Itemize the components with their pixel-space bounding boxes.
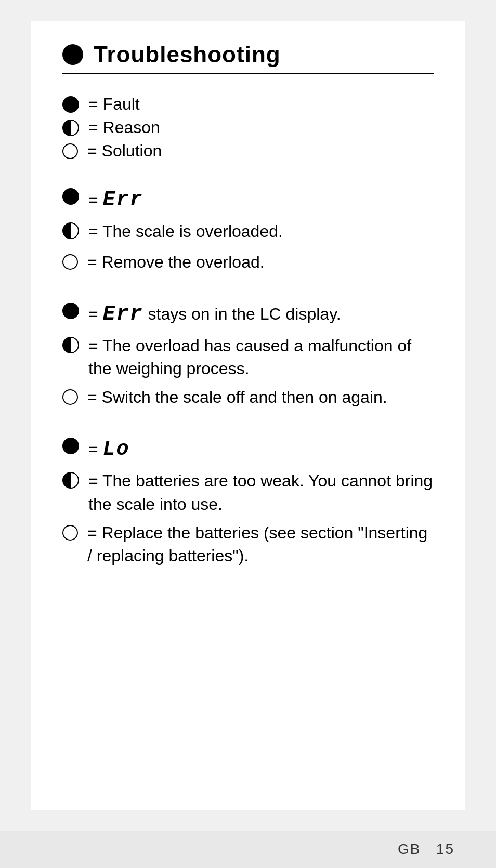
- fault-err2-reason: = The overload has caused a malfunction …: [62, 334, 434, 381]
- filled-bullet-icon: [62, 96, 79, 113]
- fault-err1-title: = Err: [62, 186, 434, 215]
- title-bullet-icon: [62, 44, 83, 65]
- fault-err2-solution-text: = Switch the scale off and then on again…: [87, 386, 434, 409]
- reason-bullet-icon-2: [62, 337, 79, 353]
- fault-bullet-icon-2: [62, 303, 79, 319]
- reason-bullet-icon-3: [62, 472, 79, 489]
- fault-err1-reason-text: = The scale is overloaded.: [88, 220, 434, 243]
- fault-lo-reason: = The batteries are too weak. You cannot…: [62, 469, 434, 516]
- fault-lo: = Lo = The batteries are too weak. You c…: [62, 435, 434, 573]
- footer-page-number: 15: [436, 841, 454, 857]
- fault-err1-solution: = Remove the overload.: [62, 251, 434, 276]
- fault-err1-code: = Err: [88, 186, 434, 215]
- legend-section: = Fault = Reason = Solution: [62, 95, 434, 165]
- legend-reason-label: = Reason: [88, 118, 160, 137]
- fault-err2: = Err stays on in the LC display. = The …: [62, 300, 434, 416]
- reason-bullet-icon: [62, 222, 79, 239]
- legend-solution-label: = Solution: [87, 141, 162, 161]
- fault-err1-reason: = The scale is overloaded.: [62, 220, 434, 245]
- section-title-row: Troubleshooting: [62, 42, 434, 74]
- fault-err2-solution: = Switch the scale off and then on again…: [62, 386, 434, 411]
- page-content: Troubleshooting = Fault = Reason = Solut…: [31, 21, 465, 810]
- half-bullet-icon: [62, 120, 79, 136]
- fault-lo-solution-text: = Replace the batteries (see section "In…: [87, 521, 434, 568]
- fault-err2-reason-text: = The overload has caused a malfunction …: [88, 334, 434, 381]
- fault-lo-reason-text: = The batteries are too weak. You cannot…: [88, 469, 434, 516]
- fault-err1-solution-text: = Remove the overload.: [87, 251, 434, 274]
- page-footer: GB 15: [0, 831, 496, 868]
- fault-err2-code: = Err stays on in the LC display.: [88, 300, 434, 329]
- footer-country: GB: [398, 841, 421, 857]
- page-title: Troubleshooting: [94, 42, 281, 68]
- solution-bullet-icon: [62, 254, 78, 270]
- err-code-2: Err: [103, 303, 143, 326]
- fault-lo-code: = Lo: [88, 435, 434, 464]
- legend-solution: = Solution: [62, 141, 434, 161]
- solution-bullet-icon-2: [62, 389, 78, 405]
- fault-bullet-icon-3: [62, 438, 79, 454]
- empty-bullet-icon: [62, 143, 78, 159]
- legend-reason: = Reason: [62, 118, 434, 137]
- fault-lo-solution: = Replace the batteries (see section "In…: [62, 521, 434, 568]
- legend-fault: = Fault: [62, 95, 434, 114]
- solution-bullet-icon-3: [62, 525, 78, 541]
- lo-code: Lo: [103, 438, 130, 461]
- fault-err1: = Err = The scale is overloaded. = Remov…: [62, 186, 434, 281]
- footer-label: GB 15: [398, 841, 454, 858]
- err-code-1: Err: [103, 188, 143, 212]
- legend-fault-label: = Fault: [88, 95, 140, 114]
- fault-bullet-icon: [62, 188, 79, 205]
- fault-lo-title: = Lo: [62, 435, 434, 464]
- fault-err2-title: = Err stays on in the LC display.: [62, 300, 434, 329]
